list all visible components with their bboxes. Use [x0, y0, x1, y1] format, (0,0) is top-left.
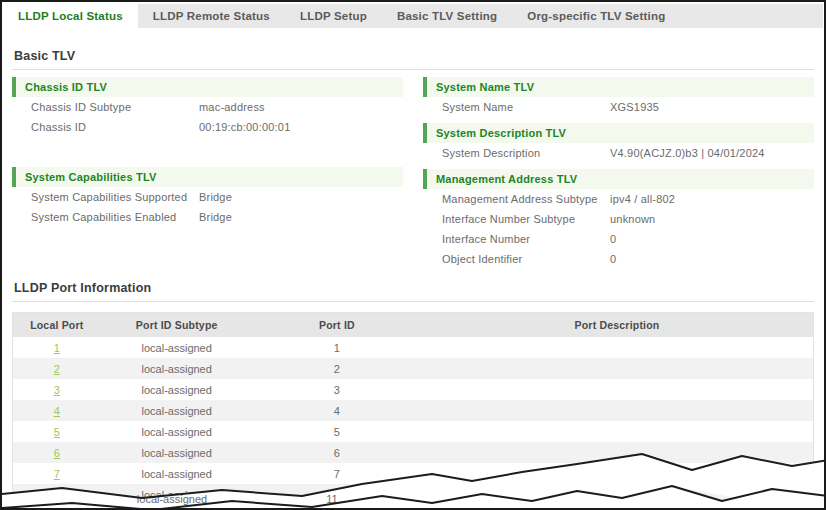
port-id-cell: 5: [253, 421, 421, 442]
capabilities-enabled-value: Bridge: [199, 211, 403, 223]
basic-tlv-heading: Basic TLV: [12, 28, 814, 70]
port-table-row: 4 local-assigned 4: [13, 400, 814, 421]
port-id-cell: 4: [253, 400, 421, 421]
chassis-id-label: Chassis ID: [31, 121, 199, 133]
system-name-value: XGS1935: [610, 101, 814, 113]
mgmt-address-subtype-label: Management Address Subtype: [442, 193, 610, 205]
port-table-row: 6 local-assigned 6: [13, 442, 814, 463]
kv-row: Chassis ID 00:19:cb:00:00:01: [12, 117, 403, 137]
kv-row: System Name XGS1935: [423, 97, 814, 117]
page-content: Basic TLV Chassis ID TLV Chassis ID Subt…: [2, 28, 824, 510]
local-port-link[interactable]: 2: [54, 363, 60, 375]
local-port-link[interactable]: 8: [54, 489, 60, 501]
port-description-cell: [421, 505, 814, 510]
col-header-port-id-subtype: Port ID Subtype: [101, 313, 253, 338]
interface-number-label: Interface Number: [442, 233, 610, 245]
tab-basic-tlv-setting[interactable]: Basic TLV Setting: [382, 4, 512, 28]
interface-number-subtype-value: unknown: [610, 213, 814, 225]
interface-number-value: 0: [610, 233, 814, 245]
column-left: Chassis ID TLV Chassis ID Subtype mac-ad…: [12, 77, 403, 275]
port-id-subtype-cell: local-assigned: [101, 505, 253, 510]
management-address-tlv-title: Management Address TLV: [423, 169, 814, 189]
system-capabilities-tlv-panel: System Capabilities TLV System Capabilit…: [12, 167, 403, 227]
kv-row: System Capabilities Enabled Bridge: [12, 207, 403, 227]
port-description-cell: [421, 337, 814, 358]
kv-row: Management Address Subtype ipv4 / all-80…: [423, 189, 814, 209]
port-description-cell: [421, 442, 814, 463]
port-table-row: 9 local-assigned 9: [13, 505, 814, 510]
chassis-id-subtype-label: Chassis ID Subtype: [31, 101, 199, 113]
port-id-cell: 7: [253, 463, 421, 484]
port-id-subtype-cell: local-assigned: [101, 379, 253, 400]
port-table-row: 2 local-assigned 2: [13, 358, 814, 379]
port-table-row: 7 local-assigned 7: [13, 463, 814, 484]
port-id-subtype-cell: local-assigned: [101, 421, 253, 442]
system-description-value: V4.90(ACJZ.0)b3 | 04/01/2024: [610, 147, 814, 159]
port-id-subtype-cell: local-assigned: [101, 400, 253, 421]
local-port-link[interactable]: 1: [54, 342, 60, 354]
tab-bar: LLDP Local Status LLDP Remote Status LLD…: [3, 4, 823, 28]
system-description-tlv-panel: System Description TLV System Descriptio…: [423, 123, 814, 163]
port-id-cell: 6: [253, 442, 421, 463]
chassis-id-subtype-value: mac-address: [199, 101, 403, 113]
kv-row: Interface Number 0: [423, 229, 814, 249]
chassis-id-tlv-panel: Chassis ID TLV Chassis ID Subtype mac-ad…: [12, 77, 403, 137]
system-description-tlv-title: System Description TLV: [423, 123, 814, 143]
capabilities-enabled-label: System Capabilities Enabled: [31, 211, 199, 223]
port-table-body: 1 local-assigned 1 2 local-assigned 2 3 …: [13, 337, 814, 510]
kv-row: Object Identifier 0: [423, 249, 814, 269]
kv-row: System Capabilities Supported Bridge: [12, 187, 403, 207]
system-name-tlv-panel: System Name TLV System Name XGS1935: [423, 77, 814, 117]
port-description-cell: [421, 400, 814, 421]
port-description-cell: [421, 463, 814, 484]
system-name-label: System Name: [442, 101, 610, 113]
tab-org-specific-tlv-setting[interactable]: Org-specific TLV Setting: [512, 4, 680, 28]
port-id-subtype-cell: local-assigned: [101, 442, 253, 463]
col-header-port-description: Port Description: [421, 313, 814, 338]
system-capabilities-tlv-title: System Capabilities TLV: [12, 167, 403, 187]
local-port-link[interactable]: 6: [54, 447, 60, 459]
port-id-subtype-cell: local-assigned: [101, 358, 253, 379]
port-id-subtype-cell: local-assigned: [101, 337, 253, 358]
port-description-cell: [421, 484, 814, 505]
management-address-tlv-panel: Management Address TLV Management Addres…: [423, 169, 814, 269]
port-table-row: 1 local-assigned 1: [13, 337, 814, 358]
port-table-row: 5 local-assigned 5: [13, 421, 814, 442]
port-id-cell: 9: [253, 505, 421, 510]
kv-row: Chassis ID Subtype mac-address: [12, 97, 403, 117]
local-port-link[interactable]: 3: [54, 384, 60, 396]
port-description-cell: [421, 379, 814, 400]
col-header-port-id: Port ID: [253, 313, 421, 338]
kv-row: System Description V4.90(ACJZ.0)b3 | 04/…: [423, 143, 814, 163]
port-description-cell: [421, 421, 814, 442]
port-id-cell: 1: [253, 337, 421, 358]
port-table-header-row: Local Port Port ID Subtype Port ID Port …: [13, 313, 814, 338]
mgmt-address-subtype-value: ipv4 / all-802: [610, 193, 814, 205]
tab-lldp-remote-status[interactable]: LLDP Remote Status: [138, 4, 285, 28]
object-identifier-label: Object Identifier: [442, 253, 610, 265]
column-right: System Name TLV System Name XGS1935 Syst…: [423, 77, 814, 275]
tab-lldp-setup[interactable]: LLDP Setup: [285, 4, 382, 28]
capabilities-supported-value: Bridge: [199, 191, 403, 203]
basic-tlv-columns: Chassis ID TLV Chassis ID Subtype mac-ad…: [12, 77, 814, 275]
local-port-link[interactable]: 7: [54, 468, 60, 480]
chassis-id-value: 00:19:cb:00:00:01: [199, 121, 403, 133]
port-table-row: 8 local-assigned 8: [13, 484, 814, 505]
col-header-local-port: Local Port: [13, 313, 101, 338]
lldp-port-table: Local Port Port ID Subtype Port ID Port …: [12, 312, 814, 510]
lldp-local-status-page: LLDP Local Status LLDP Remote Status LLD…: [0, 0, 826, 510]
capabilities-supported-label: System Capabilities Supported: [31, 191, 199, 203]
local-port-link[interactable]: 5: [54, 426, 60, 438]
port-id-cell: 8: [253, 484, 421, 505]
port-table-row: 3 local-assigned 3: [13, 379, 814, 400]
tab-lldp-local-status[interactable]: LLDP Local Status: [3, 4, 138, 28]
port-description-cell: [421, 358, 814, 379]
port-id-cell: 3: [253, 379, 421, 400]
port-id-cell: 2: [253, 358, 421, 379]
local-port-link[interactable]: 4: [54, 405, 60, 417]
chassis-id-tlv-title: Chassis ID TLV: [12, 77, 403, 97]
system-description-label: System Description: [442, 147, 610, 159]
interface-number-subtype-label: Interface Number Subtype: [442, 213, 610, 225]
port-id-subtype-cell: local-assigned: [101, 463, 253, 484]
lldp-port-information-heading: LLDP Port Information: [12, 275, 814, 302]
